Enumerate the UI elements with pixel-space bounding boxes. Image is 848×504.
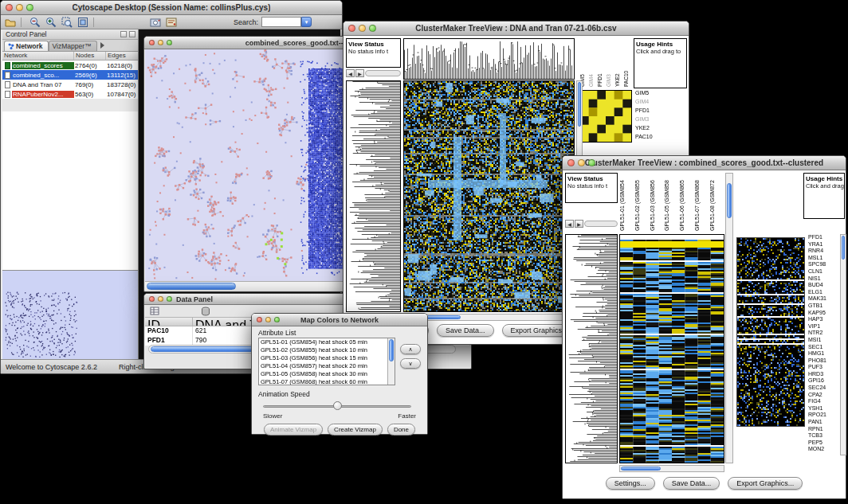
scroll-track[interactable]	[365, 70, 401, 76]
usage-hints-text: Click and drag to	[806, 182, 842, 189]
close-icon[interactable]	[129, 31, 135, 37]
gene-label: HMG1	[807, 350, 839, 357]
slower-label: Slower	[263, 412, 282, 420]
scroll-left-icon[interactable]: ◀	[565, 220, 574, 228]
attribute-item[interactable]: GPL51-01 (GSM854) heat shock 05 min	[259, 338, 395, 346]
tab-vizmapper[interactable]: VizMapper™	[49, 41, 97, 51]
snapshot-icon[interactable]	[149, 16, 162, 28]
vertical-scrollbar[interactable]	[725, 173, 733, 463]
gene-label: YSH1	[807, 405, 839, 412]
scroll-right-icon[interactable]: ▶	[355, 69, 364, 77]
close-button[interactable]	[149, 40, 155, 45]
gene-list-scrollbar[interactable]	[840, 234, 846, 455]
row-dendrogram[interactable]	[346, 80, 401, 312]
attribute-list-label: Attribute List	[258, 329, 296, 337]
float-icon[interactable]	[120, 31, 127, 37]
gene-label: GPI16	[807, 377, 839, 385]
save-data-button[interactable]: Save Data...	[663, 477, 720, 490]
minimize-button[interactable]	[578, 159, 585, 166]
minimize-button[interactable]	[359, 25, 366, 32]
close-button[interactable]	[348, 25, 355, 32]
database-icon[interactable]	[201, 307, 210, 316]
attribute-item[interactable]: GPL51-05 (GSM858) heat shock 30 min	[259, 370, 395, 378]
main-heatmap[interactable]	[619, 234, 724, 463]
network-table-row[interactable]: RNAPuberNov2...563(0)107847(0)	[2, 89, 138, 99]
attribute-item[interactable]: GPL51-02 (GSM855) heat shock 10 min	[259, 346, 395, 354]
minimize-button[interactable]	[158, 296, 163, 302]
zoom-out-icon[interactable]	[29, 16, 41, 28]
minimize-button[interactable]	[265, 317, 271, 322]
zoom-row-label: PFD1	[634, 107, 669, 116]
main-heatmap[interactable]	[403, 80, 575, 312]
table-grid-icon[interactable]	[150, 307, 159, 315]
global-view-heatmap[interactable]	[736, 237, 805, 427]
gene-label: RPO21	[807, 412, 839, 419]
column-dendrogram[interactable]	[403, 38, 575, 80]
create-vizmap-button[interactable]: Create Vizmap	[328, 424, 383, 436]
open-folder-icon[interactable]	[4, 16, 17, 28]
attribute-item[interactable]: GPL51-07 (GSM868) heat shock 60 min	[259, 378, 395, 385]
column-edges[interactable]: Edges	[106, 52, 139, 60]
close-button[interactable]	[257, 317, 262, 322]
birdseye-view[interactable]	[2, 270, 138, 359]
scroll-track[interactable]	[584, 221, 618, 227]
gene-label: YRA1	[807, 241, 839, 248]
search-dropdown-icon[interactable]: ▼	[301, 17, 312, 27]
gene-label: KAP95	[807, 310, 839, 317]
treeview1-titlebar[interactable]: ClusterMaker TreeView : DNA and Tran 07-…	[344, 21, 689, 36]
zoom-button[interactable]	[274, 317, 280, 322]
attribute-item[interactable]: GPL51-04 (GSM857) heat shock 20 min	[259, 362, 395, 370]
scroll-left-icon[interactable]: ◀	[346, 69, 355, 77]
minimize-button[interactable]	[158, 40, 163, 45]
tab-network[interactable]: Network	[4, 41, 49, 51]
column-nodes[interactable]: Nodes	[74, 52, 106, 60]
move-down-button[interactable]: ∨	[400, 358, 421, 369]
zoom-button[interactable]	[369, 25, 376, 32]
animate-vizmap-button[interactable]: Animate Vizmap	[264, 424, 323, 436]
zoom-fit-icon[interactable]	[77, 16, 89, 28]
attribute-list-scrollbar[interactable]	[387, 338, 395, 385]
search-input[interactable]	[261, 17, 301, 27]
heatmap-horizontal-scrollbar[interactable]	[403, 314, 575, 321]
column-network[interactable]: Network	[2, 52, 74, 60]
gene-label: MSL1	[807, 255, 839, 262]
zoom-heatmap[interactable]	[579, 90, 632, 143]
status-welcome: Welcome to Cytoscape 2.6.2	[6, 363, 97, 371]
move-up-button[interactable]: ∧	[400, 344, 421, 354]
close-button[interactable]	[149, 296, 155, 302]
zoom-in-icon[interactable]	[45, 16, 57, 28]
zoom-selected-icon[interactable]	[61, 16, 73, 28]
tab-overflow-arrow-icon[interactable]	[100, 42, 104, 49]
close-button[interactable]	[6, 4, 13, 11]
attribute-item[interactable]: GPL51-03 (GSM856) heat shock 15 min	[259, 354, 395, 362]
usage-hints-title: Usage Hints	[806, 175, 842, 182]
gene-label: HRD3	[807, 371, 839, 378]
zoom-button[interactable]	[167, 296, 172, 302]
zoom-column-label: GIM5	[579, 38, 588, 87]
scroll-right-icon[interactable]: ▶	[575, 220, 583, 228]
annotation-icon[interactable]	[165, 16, 178, 28]
row-dendrogram[interactable]	[565, 234, 618, 463]
speed-slider-thumb[interactable]	[333, 401, 342, 410]
toolbar-separator	[93, 18, 94, 27]
zoom-button[interactable]	[26, 4, 33, 11]
dialog-titlebar[interactable]: Map Colors to Network	[252, 314, 427, 326]
network-table-row[interactable]: combined_sco...2569(6)13112(15)	[2, 70, 138, 80]
zoom-button[interactable]	[588, 159, 595, 166]
export-graphics-button[interactable]: Export Graphics...	[728, 477, 803, 490]
treeview2-titlebar[interactable]: ClusterMaker TreeView : combined_scores_…	[563, 156, 846, 170]
window-controls	[149, 294, 172, 304]
network-table-row[interactable]: DNA and Tran 07769(0)183728(0)	[2, 80, 138, 89]
done-button[interactable]: Done	[387, 424, 415, 436]
network-table-row[interactable]: combined_scores2764(0)16218(0)	[2, 61, 138, 70]
minimize-button[interactable]	[16, 4, 23, 11]
column-id[interactable]: ID	[145, 318, 193, 326]
main-titlebar[interactable]: Cytoscape Desktop (Session Name: collins…	[1, 1, 342, 15]
save-data-button[interactable]: Save Data...	[437, 324, 494, 337]
window-controls	[348, 21, 376, 35]
heatmap-horizontal-scrollbar[interactable]	[619, 465, 724, 472]
settings-button[interactable]: Settings...	[606, 477, 655, 490]
close-button[interactable]	[567, 159, 575, 166]
zoom-button[interactable]	[167, 40, 172, 45]
zoom-row-labels: GIM5GIM4PFD1GIM3YKE2PAC10	[634, 90, 669, 143]
